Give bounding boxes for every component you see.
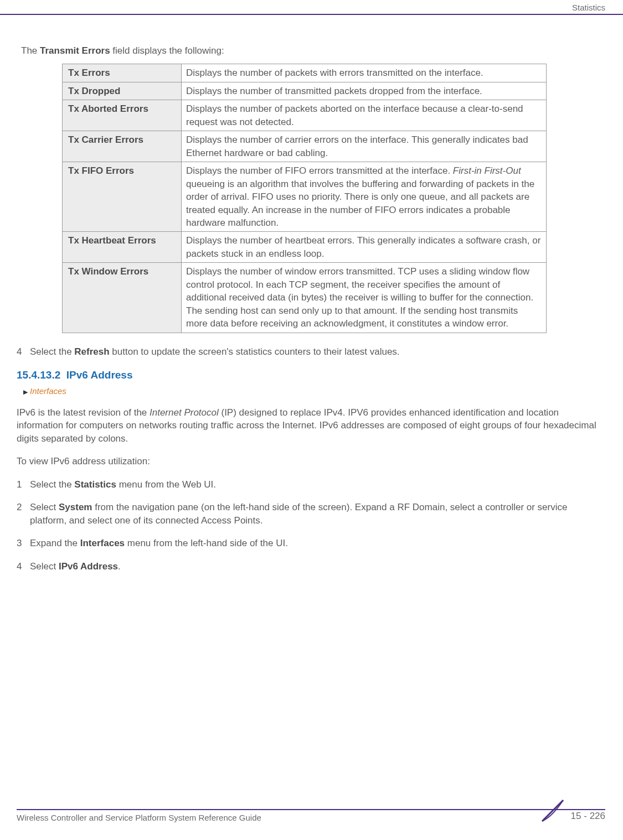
field-label: Tx FIFO Errors: [63, 162, 182, 232]
step-pre: Select: [30, 502, 59, 512]
table-row: Tx Heartbeat Errors Displays the number …: [63, 232, 547, 263]
desc-post: queueing is an algorithm that involves t…: [186, 179, 534, 228]
page-footer: Wireless Controller and Service Platform…: [17, 799, 605, 821]
field-desc: Displays the number of heartbeat errors.…: [182, 232, 547, 263]
step-post: menu from the Web UI.: [116, 479, 216, 490]
section-number: 15.4.13.2: [17, 369, 60, 381]
field-desc: Displays the number of packets aborted o…: [182, 100, 547, 131]
step-pre: Select: [30, 561, 59, 572]
footer-title: Wireless Controller and Service Platform…: [17, 812, 261, 824]
footer-right: 15 - 226: [541, 799, 605, 823]
field-desc: Displays the number of packets with erro…: [182, 64, 547, 82]
step-pre: Select the: [30, 346, 74, 357]
field-label: Tx Errors: [63, 64, 182, 82]
field-label: Tx Carrier Errors: [63, 131, 182, 162]
breadcrumb-arrow-icon: ▶: [23, 388, 28, 395]
step-bold: Refresh: [74, 346, 109, 357]
step-pre: Expand the: [30, 538, 80, 548]
footer-rule: [17, 809, 605, 810]
page-number: 15 - 226: [571, 800, 605, 822]
intro-suffix: field displays the following:: [110, 45, 224, 56]
step-bold: System: [59, 502, 92, 512]
step-post: menu from the left-hand side of the UI.: [125, 538, 288, 548]
step-pre: Select the: [30, 479, 74, 490]
intro-text: The Transmit Errors field displays the f…: [21, 44, 605, 57]
field-label: Tx Heartbeat Errors: [63, 232, 182, 263]
step-post: .: [118, 561, 121, 572]
table-row: Tx Dropped Displays the number of transm…: [63, 82, 547, 100]
header-category: Statistics: [572, 2, 605, 14]
step-bold: IPv6 Address: [59, 561, 118, 572]
step-item: 2 Select System from the navigation pane…: [17, 501, 605, 527]
step-item: 4 Select the Refresh button to update th…: [17, 345, 605, 358]
step-bold: Statistics: [74, 479, 116, 490]
section-title: IPv6 Address: [66, 369, 133, 381]
ipv6-paragraph: IPv6 is the latest revision of the Inter…: [17, 406, 605, 445]
transmit-errors-table: Tx Errors Displays the number of packets…: [62, 64, 547, 333]
para-pre: IPv6 is the latest revision of the: [17, 407, 150, 418]
field-desc: Displays the number of carrier errors on…: [182, 131, 547, 162]
field-desc: Displays the number of transmitted packe…: [182, 82, 547, 100]
step-number: 1: [17, 478, 30, 491]
step-text: Select the Refresh button to update the …: [30, 345, 605, 358]
para-ital: Internet Protocol: [150, 407, 219, 418]
table-row: Tx Carrier Errors Displays the number of…: [63, 131, 547, 162]
desc-pre: Displays the number of FIFO errors trans…: [186, 165, 453, 176]
step-text: Select IPv6 Address.: [30, 560, 605, 573]
step-text: Select the Statistics menu from the Web …: [30, 478, 605, 491]
intro-prefix: The: [21, 45, 40, 56]
step-item: 1 Select the Statistics menu from the We…: [17, 478, 605, 491]
field-desc: Displays the number of window errors tra…: [182, 263, 547, 333]
step-text: Select System from the navigation pane (…: [30, 501, 605, 527]
intro-bold: Transmit Errors: [40, 45, 110, 56]
table-row: Tx Aborted Errors Displays the number of…: [63, 100, 547, 131]
step-number: 2: [17, 501, 30, 527]
step-bold: Interfaces: [80, 538, 125, 548]
breadcrumb-text: Interfaces: [30, 386, 66, 396]
field-desc: Displays the number of FIFO errors trans…: [182, 162, 547, 232]
step-item: 3 Expand the Interfaces menu from the le…: [17, 537, 605, 549]
desc-ital: First-in First-Out: [453, 165, 521, 176]
step-number: 3: [17, 537, 30, 549]
table-row: Tx FIFO Errors Displays the number of FI…: [63, 162, 547, 232]
step-item: 4 Select IPv6 Address.: [17, 560, 605, 573]
step-text: Expand the Interfaces menu from the left…: [30, 537, 605, 549]
step-post: from the navigation pane (on the left-ha…: [30, 502, 567, 525]
page-content: The Transmit Errors field displays the f…: [17, 44, 605, 583]
section-heading: 15.4.13.2 IPv6 Address: [17, 368, 605, 382]
ipv6-intro-line: To view IPv6 address utilization:: [17, 455, 605, 468]
field-label: Tx Dropped: [63, 82, 182, 100]
field-label: Tx Aborted Errors: [63, 100, 182, 131]
field-label: Tx Window Errors: [63, 263, 182, 333]
step-number: 4: [17, 345, 30, 358]
step-number: 4: [17, 560, 30, 573]
breadcrumb: ▶Interfaces: [23, 386, 605, 397]
table-row: Tx Window Errors Displays the number of …: [63, 263, 547, 333]
step-post: button to update the screen's statistics…: [110, 346, 400, 357]
table-row: Tx Errors Displays the number of packets…: [63, 64, 547, 82]
header-rule: [0, 14, 623, 15]
brand-swoosh-icon: [541, 799, 565, 823]
